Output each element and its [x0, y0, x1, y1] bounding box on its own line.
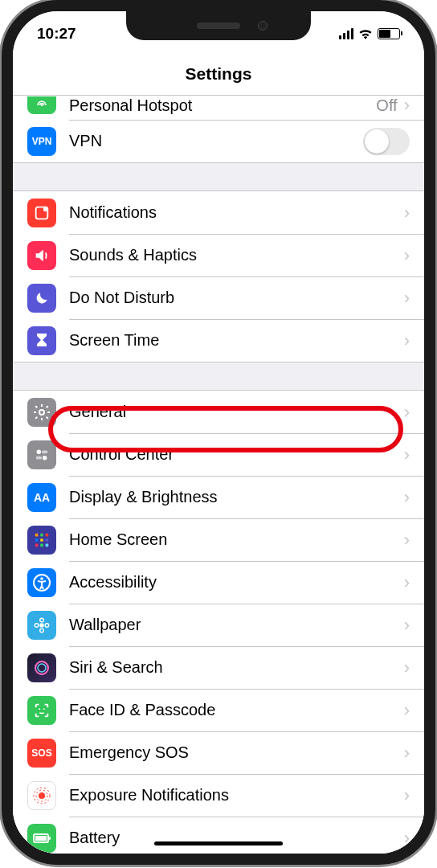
- svg-point-21: [40, 628, 44, 633]
- sliders-icon: [27, 440, 56, 469]
- svg-rect-6: [42, 450, 47, 453]
- svg-rect-13: [46, 538, 49, 542]
- faceid-icon: [27, 696, 56, 725]
- chevron-right-icon: ›: [404, 702, 410, 719]
- row-home-screen[interactable]: Home Screen ›: [13, 518, 424, 561]
- svg-rect-9: [40, 533, 43, 536]
- row-label: Personal Hotspot: [69, 96, 376, 115]
- chevron-right-icon: ›: [404, 787, 410, 805]
- row-label: Accessibility: [69, 573, 404, 592]
- row-label: Do Not Disturb: [69, 289, 404, 307]
- row-label: VPN: [69, 132, 363, 150]
- row-label: Home Screen: [69, 530, 404, 549]
- gear-icon: [27, 398, 56, 427]
- battery-row-icon: [27, 824, 56, 853]
- svg-point-27: [43, 708, 45, 710]
- vpn-toggle[interactable]: [363, 128, 410, 155]
- svg-point-2: [43, 207, 48, 211]
- row-value: Off: [376, 96, 397, 115]
- settings-section-network: Personal Hotspot Off › VPN VPN: [13, 96, 424, 163]
- svg-point-23: [45, 623, 49, 627]
- svg-point-22: [35, 623, 39, 627]
- row-display[interactable]: AA Display & Brightness ›: [13, 476, 424, 518]
- row-siri[interactable]: Siri & Search ›: [13, 646, 424, 689]
- siri-icon: [27, 653, 56, 682]
- page-title: Settings: [13, 56, 424, 96]
- chevron-right-icon: ›: [404, 403, 410, 421]
- accessibility-icon: [27, 568, 56, 597]
- battery-icon: [378, 28, 400, 39]
- svg-point-3: [39, 410, 44, 415]
- svg-point-20: [40, 618, 44, 622]
- chevron-right-icon: ›: [404, 332, 410, 350]
- display-icon: AA: [27, 483, 56, 512]
- row-label: Exposure Notifications: [69, 786, 404, 805]
- chevron-right-icon: ›: [404, 489, 410, 506]
- settings-list[interactable]: Personal Hotspot Off › VPN VPN Notificat…: [13, 96, 424, 854]
- row-general[interactable]: General ›: [13, 391, 424, 433]
- chevron-right-icon: ›: [404, 744, 410, 762]
- svg-rect-16: [46, 543, 49, 547]
- row-label: Screen Time: [69, 331, 404, 350]
- chevron-right-icon: ›: [404, 616, 410, 634]
- svg-point-26: [39, 708, 40, 710]
- sounds-icon: [27, 241, 56, 270]
- svg-point-5: [43, 455, 47, 460]
- hotspot-icon: [27, 96, 56, 114]
- exposure-icon: [27, 781, 56, 810]
- row-label: Control Center: [69, 445, 404, 464]
- chevron-right-icon: ›: [404, 659, 410, 677]
- row-accessibility[interactable]: Accessibility ›: [13, 561, 424, 604]
- row-screen-time[interactable]: Screen Time ›: [13, 319, 424, 362]
- notch: [126, 11, 311, 40]
- wifi-icon: [358, 28, 373, 39]
- chevron-right-icon: ›: [404, 204, 410, 222]
- row-label: Wallpaper: [69, 616, 404, 634]
- cellular-signal-icon: [339, 28, 353, 39]
- row-exposure[interactable]: Exposure Notifications ›: [13, 774, 424, 817]
- svg-rect-14: [35, 543, 39, 547]
- phone-frame: 10:27 Settings Personal Hotspot Off › VP…: [2, 0, 435, 865]
- svg-point-18: [40, 577, 43, 580]
- row-sos[interactable]: SOS Emergency SOS ›: [13, 731, 424, 774]
- svg-rect-8: [35, 533, 39, 536]
- svg-point-0: [41, 104, 43, 107]
- svg-rect-15: [40, 543, 43, 547]
- chevron-right-icon: ›: [404, 574, 410, 592]
- moon-icon: [27, 284, 56, 313]
- row-vpn[interactable]: VPN VPN: [13, 120, 424, 162]
- svg-rect-33: [35, 836, 47, 841]
- svg-rect-12: [40, 538, 43, 542]
- row-personal-hotspot[interactable]: Personal Hotspot Off ›: [13, 96, 424, 120]
- row-battery[interactable]: Battery ›: [13, 817, 424, 854]
- row-label: Notifications: [69, 203, 404, 222]
- row-wallpaper[interactable]: Wallpaper ›: [13, 604, 424, 646]
- svg-point-25: [38, 664, 46, 672]
- row-label: Face ID & Passcode: [69, 701, 404, 719]
- sos-icon: SOS: [27, 739, 56, 768]
- row-control-center[interactable]: Control Center ›: [13, 433, 424, 476]
- row-faceid[interactable]: Face ID & Passcode ›: [13, 689, 424, 731]
- row-label: Siri & Search: [69, 658, 404, 677]
- svg-rect-10: [46, 533, 49, 536]
- row-label: General: [69, 403, 404, 421]
- row-notifications[interactable]: Notifications ›: [13, 191, 424, 234]
- chevron-right-icon: ›: [404, 446, 410, 464]
- home-indicator[interactable]: [154, 841, 283, 845]
- status-indicators: [339, 28, 400, 39]
- row-dnd[interactable]: Do Not Disturb ›: [13, 276, 424, 319]
- status-time: 10:27: [37, 25, 76, 43]
- chevron-right-icon: ›: [404, 531, 410, 549]
- svg-rect-11: [35, 538, 39, 542]
- row-label: Display & Brightness: [69, 488, 404, 506]
- settings-section-general: General › Control Center › AA Display & …: [13, 390, 424, 854]
- row-sounds[interactable]: Sounds & Haptics ›: [13, 234, 424, 276]
- notifications-icon: [27, 199, 56, 227]
- svg-point-19: [39, 623, 44, 628]
- svg-point-28: [39, 792, 45, 799]
- row-label: Emergency SOS: [69, 743, 404, 762]
- grid-icon: [27, 526, 56, 555]
- svg-point-4: [37, 449, 42, 454]
- chevron-right-icon: ›: [404, 289, 410, 307]
- settings-section-notifications: Notifications › Sounds & Haptics › Do No…: [13, 190, 424, 362]
